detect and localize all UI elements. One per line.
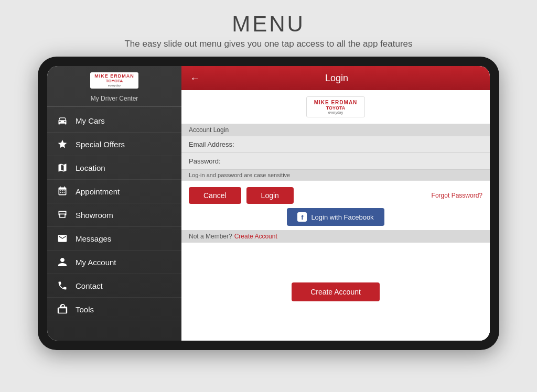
sidebar-item-location[interactable]: Location — [47, 156, 181, 180]
sidebar-logo-brand: TOYOTA — [106, 79, 123, 84]
map-icon — [57, 162, 68, 173]
action-area: Cancel Login Forgot Password? f Login wi… — [181, 180, 490, 230]
page-subtitle: The easy slide out menu gives you one ta… — [10, 39, 527, 49]
member-divider: Not a Member? Create Account — [181, 230, 490, 243]
user-icon — [57, 256, 68, 268]
sidebar-label-appointment: Appointment — [76, 187, 120, 196]
sidebar-label-location: Location — [76, 164, 105, 172]
dealer-logo-area: MIKE ERDMAN TOYOTA everyday — [181, 90, 490, 124]
sidebar-item-messages[interactable]: Messages — [47, 227, 181, 251]
envelope-icon — [57, 233, 68, 244]
dealer-logo-box: MIKE ERDMAN TOYOTA everyday — [306, 96, 366, 117]
tablet-screen: MIKE ERDMAN TOYOTA everyday My Driver Ce… — [47, 66, 490, 341]
car-icon — [57, 115, 68, 126]
not-member-text: Not a Member? — [189, 233, 232, 240]
sidebar-item-my-cars[interactable]: My Cars — [47, 109, 181, 133]
create-account-area: Create Account — [181, 243, 490, 341]
facebook-icon: f — [297, 212, 307, 222]
primary-buttons-row: Cancel Login Forgot Password? — [189, 187, 482, 204]
phone-icon — [57, 280, 68, 291]
cancel-button[interactable]: Cancel — [189, 187, 241, 204]
sidebar-label-my-cars: My Cars — [76, 116, 105, 125]
sidebar: MIKE ERDMAN TOYOTA everyday My Driver Ce… — [47, 66, 181, 341]
sidebar-logo-badge: MIKE ERDMAN TOYOTA everyday — [90, 72, 138, 89]
sidebar-item-appointment[interactable]: Appointment — [47, 180, 181, 203]
create-account-button[interactable]: Create Account — [292, 282, 380, 301]
calendar-icon — [57, 186, 68, 197]
showroom-icon — [57, 209, 68, 221]
password-row: Password: — [181, 153, 490, 170]
sidebar-logo-area: MIKE ERDMAN TOYOTA everyday — [47, 66, 181, 93]
page-title: MENU — [10, 12, 527, 37]
sidebar-label-my-account: My Account — [76, 258, 116, 267]
sidebar-item-my-account[interactable]: My Account — [47, 251, 181, 274]
facebook-login-button[interactable]: f Login with Facebook — [287, 208, 384, 226]
star-icon — [57, 138, 68, 150]
back-button[interactable]: ← — [190, 72, 200, 84]
sidebar-label-messages: Messages — [76, 234, 111, 243]
login-title: Login — [207, 73, 481, 84]
password-input[interactable] — [246, 157, 482, 165]
sidebar-label-special-offers: Special Offers — [76, 140, 125, 149]
case-note: Log-in and password are case sensitive — [181, 170, 490, 180]
login-header: ← Login — [181, 66, 490, 90]
email-input[interactable] — [246, 140, 482, 148]
facebook-login-label: Login with Facebook — [311, 213, 373, 221]
account-login-label: Account Login — [181, 124, 490, 136]
tablet-frame: MIKE ERDMAN TOYOTA everyday My Driver Ce… — [38, 57, 499, 350]
sidebar-logo-sub: everyday — [108, 84, 121, 88]
email-label: Email Address: — [189, 140, 246, 148]
dealer-logo-brand: TOYOTA — [326, 105, 346, 111]
form-section: Account Login Email Address: Password: L… — [181, 124, 490, 341]
sidebar-label-contact: Contact — [76, 281, 103, 290]
main-content: ← Login MIKE ERDMAN TOYOTA everyday Acco… — [181, 66, 490, 341]
login-button[interactable]: Login — [246, 187, 294, 204]
sidebar-item-special-offers[interactable]: Special Offers — [47, 133, 181, 156]
password-label: Password: — [189, 157, 246, 165]
sidebar-menu: My Cars Special Offers Location — [47, 109, 181, 321]
sidebar-item-showroom[interactable]: Showroom — [47, 203, 181, 227]
sidebar-label-tools: Tools — [76, 305, 94, 314]
dealer-logo-sub: everyday — [328, 111, 343, 114]
forgot-password-link[interactable]: Forgot Password? — [432, 192, 482, 199]
sidebar-item-tools[interactable]: Tools — [47, 298, 181, 321]
create-account-link-text[interactable]: Create Account — [234, 233, 277, 240]
toolbox-icon — [57, 303, 68, 315]
dealer-logo-name: MIKE ERDMAN — [314, 100, 358, 105]
email-row: Email Address: — [181, 136, 490, 153]
page-header: MENU The easy slide out menu gives you o… — [0, 0, 537, 57]
sidebar-driver-label: My Driver Center — [47, 93, 181, 107]
sidebar-label-showroom: Showroom — [76, 211, 113, 220]
sidebar-item-contact[interactable]: Contact — [47, 274, 181, 298]
